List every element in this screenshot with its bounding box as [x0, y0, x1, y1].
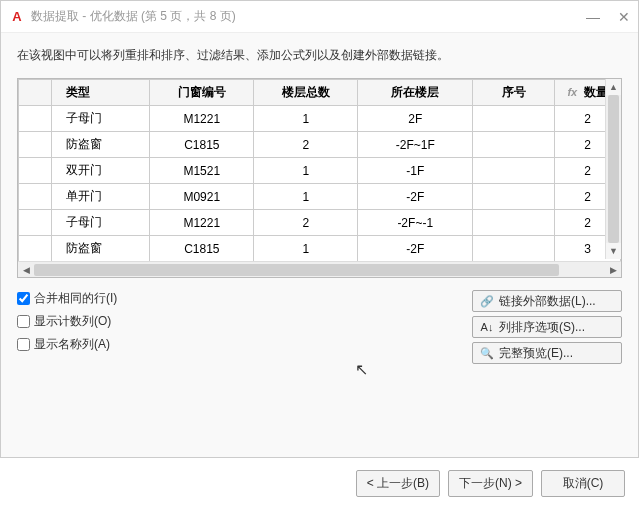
table-row[interactable]: 单开门M09211-2F2 — [19, 184, 621, 210]
scroll-right-icon[interactable]: ▶ — [605, 265, 621, 275]
type-cell[interactable]: 单开门 — [51, 184, 150, 210]
id-cell[interactable]: C1815 — [150, 132, 254, 158]
seq-cell[interactable] — [473, 132, 555, 158]
link-icon: 🔗 — [479, 293, 495, 309]
header-loc[interactable]: 所在楼层 — [358, 80, 473, 106]
table-row[interactable]: 子母门M122112F2 — [19, 106, 621, 132]
header-floors[interactable]: 楼层总数 — [254, 80, 358, 106]
scroll-down-icon[interactable]: ▼ — [606, 243, 621, 259]
show-name-checkbox[interactable]: 显示名称列(A) — [17, 336, 117, 353]
header-seq[interactable]: 序号 — [473, 80, 555, 106]
loc-cell[interactable]: -2F — [358, 236, 473, 262]
type-cell[interactable]: 防盗窗 — [51, 236, 150, 262]
close-button[interactable]: ✕ — [618, 9, 630, 25]
minimize-button[interactable]: — — [586, 9, 600, 25]
id-cell[interactable]: M1221 — [150, 106, 254, 132]
show-count-checkbox[interactable]: 显示计数列(O) — [17, 313, 117, 330]
show-name-input[interactable] — [17, 338, 30, 351]
show-count-input[interactable] — [17, 315, 30, 328]
floors-cell[interactable]: 1 — [254, 236, 358, 262]
loc-cell[interactable]: -2F~-1 — [358, 210, 473, 236]
table-row[interactable]: 防盗窗C18152-2F~1F2 — [19, 132, 621, 158]
scroll-thumb[interactable] — [608, 95, 619, 243]
link-external-data-button[interactable]: 🔗 链接外部数据(L)... — [472, 290, 622, 312]
table-row[interactable]: 防盗窗C18151-2F3 — [19, 236, 621, 262]
loc-cell[interactable]: -2F~1F — [358, 132, 473, 158]
seq-cell[interactable] — [473, 158, 555, 184]
sort-icon: A↓ — [479, 319, 495, 335]
fx-icon: fx — [567, 86, 577, 98]
loc-cell[interactable]: -2F — [358, 184, 473, 210]
scroll-left-icon[interactable]: ◀ — [18, 265, 34, 275]
type-cell[interactable]: 防盗窗 — [51, 132, 150, 158]
vertical-scrollbar[interactable]: ▲ ▼ — [605, 79, 621, 259]
instruction-text: 在该视图中可以将列重排和排序、过滤结果、添加公式列以及创建外部数据链接。 — [17, 47, 622, 64]
horizontal-scrollbar[interactable]: ◀ ▶ — [18, 261, 621, 277]
seq-cell[interactable] — [473, 106, 555, 132]
column-sort-options-button[interactable]: A↓ 列排序选项(S)... — [472, 316, 622, 338]
id-cell[interactable]: C1815 — [150, 236, 254, 262]
show-name-label: 显示名称列(A) — [34, 336, 110, 353]
type-cell[interactable]: 子母门 — [51, 106, 150, 132]
floors-cell[interactable]: 2 — [254, 132, 358, 158]
seq-cell[interactable] — [473, 210, 555, 236]
type-cell[interactable]: 子母门 — [51, 210, 150, 236]
show-count-label: 显示计数列(O) — [34, 313, 111, 330]
floors-cell[interactable]: 1 — [254, 106, 358, 132]
floors-cell[interactable]: 2 — [254, 210, 358, 236]
preview-icon: 🔍 — [479, 345, 495, 361]
id-cell[interactable]: M1221 — [150, 210, 254, 236]
floors-cell[interactable]: 1 — [254, 184, 358, 210]
row-num-cell[interactable] — [19, 210, 52, 236]
data-table[interactable]: 类型 门窗编号 楼层总数 所在楼层 序号 fx 数量 子母门M122112F2防… — [18, 79, 621, 261]
row-num-cell[interactable] — [19, 132, 52, 158]
window-title: 数据提取 - 优化数据 (第 5 页，共 8 页) — [31, 8, 586, 25]
type-cell[interactable]: 双开门 — [51, 158, 150, 184]
scroll-up-icon[interactable]: ▲ — [606, 79, 621, 95]
merge-rows-checkbox[interactable]: 合并相同的行(I) — [17, 290, 117, 307]
data-table-container: 类型 门窗编号 楼层总数 所在楼层 序号 fx 数量 子母门M122112F2防… — [17, 78, 622, 278]
row-num-cell[interactable] — [19, 184, 52, 210]
row-num-cell[interactable] — [19, 236, 52, 262]
loc-cell[interactable]: 2F — [358, 106, 473, 132]
id-cell[interactable]: M1521 — [150, 158, 254, 184]
seq-cell[interactable] — [473, 236, 555, 262]
hscroll-thumb[interactable] — [34, 264, 559, 276]
merge-rows-input[interactable] — [17, 292, 30, 305]
loc-cell[interactable]: -1F — [358, 158, 473, 184]
app-logo: A — [9, 9, 25, 25]
seq-cell[interactable] — [473, 184, 555, 210]
floors-cell[interactable]: 1 — [254, 158, 358, 184]
full-preview-button[interactable]: 🔍 完整预览(E)... — [472, 342, 622, 364]
merge-rows-label: 合并相同的行(I) — [34, 290, 117, 307]
header-id[interactable]: 门窗编号 — [150, 80, 254, 106]
table-row[interactable]: 双开门M15211-1F2 — [19, 158, 621, 184]
id-cell[interactable]: M0921 — [150, 184, 254, 210]
cancel-button[interactable]: 取消(C) — [541, 470, 625, 497]
header-type[interactable]: 类型 — [51, 80, 150, 106]
titlebar: A 数据提取 - 优化数据 (第 5 页，共 8 页) — ✕ — [1, 1, 638, 33]
header-numcol[interactable] — [19, 80, 52, 106]
table-row[interactable]: 子母门M12212-2F~-12 — [19, 210, 621, 236]
prev-button[interactable]: < 上一步(B) — [356, 470, 440, 497]
mouse-cursor-icon: ↖ — [355, 360, 368, 379]
next-button[interactable]: 下一步(N) > — [448, 470, 533, 497]
row-num-cell[interactable] — [19, 106, 52, 132]
row-num-cell[interactable] — [19, 158, 52, 184]
